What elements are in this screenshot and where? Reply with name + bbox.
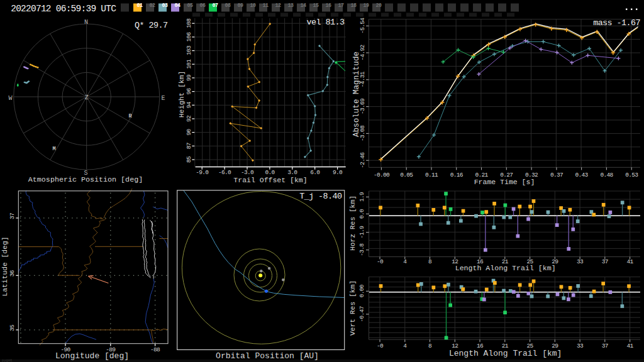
svg-text:N: N — [84, 19, 88, 26]
svg-text:0.11: 0.11 — [425, 172, 438, 178]
svg-text:85: 85 — [186, 156, 192, 163]
svg-text:9.0: 9.0 — [333, 169, 343, 176]
svg-text:04: 04 — [174, 3, 180, 9]
svg-text:0.00: 0.00 — [358, 284, 365, 297]
svg-text:37: 37 — [602, 258, 608, 265]
svg-text:pygmt: pygmt — [2, 358, 13, 362]
svg-text:19: 19 — [363, 3, 369, 9]
svg-text:Q* 29.7: Q* 29.7 — [135, 21, 167, 30]
svg-text:-3.8: -3.8 — [358, 243, 365, 256]
svg-text:0.05: 0.05 — [400, 172, 413, 178]
svg-text:35: 35 — [9, 324, 16, 331]
svg-text:103: 103 — [186, 45, 192, 55]
svg-text:-1.9: -1.9 — [358, 226, 365, 239]
svg-text:33: 33 — [577, 258, 584, 265]
svg-text:Atmospheric Position [deg]: Atmospheric Position [deg] — [28, 175, 143, 184]
svg-text:18: 18 — [350, 3, 357, 9]
svg-text:08: 08 — [225, 3, 231, 9]
svg-text:Orbital Position [AU]: Orbital Position [AU] — [216, 351, 319, 361]
svg-text:41: 41 — [627, 258, 634, 265]
svg-text:0.53: 0.53 — [625, 172, 638, 178]
svg-text:94: 94 — [186, 101, 192, 108]
svg-text:02: 02 — [149, 3, 155, 9]
svg-text:03: 03 — [162, 3, 168, 9]
svg-text:6.0: 6.0 — [310, 169, 320, 176]
svg-text:01: 01 — [136, 3, 143, 9]
svg-text:92: 92 — [186, 115, 192, 122]
svg-text:1.9: 1.9 — [358, 192, 365, 202]
svg-text:E: E — [161, 95, 165, 102]
svg-text:0.0: 0.0 — [358, 209, 365, 219]
svg-text:Frame Time [s]: Frame Time [s] — [474, 178, 535, 186]
svg-text:-0: -0 — [377, 258, 384, 265]
svg-text:21: 21 — [502, 343, 509, 349]
svg-text:Length Along Trail [km]: Length Along Trail [km] — [449, 349, 562, 358]
svg-text:07: 07 — [212, 3, 218, 9]
svg-text:99: 99 — [186, 74, 192, 81]
svg-text:12: 12 — [452, 343, 458, 349]
svg-text:101: 101 — [186, 59, 192, 69]
svg-text:-0: -0 — [377, 343, 384, 349]
svg-text:T_j -8.40: T_j -8.40 — [299, 192, 342, 201]
svg-text:14: 14 — [300, 3, 306, 9]
svg-text:0.37: 0.37 — [550, 172, 563, 178]
svg-text:11: 11 — [262, 3, 269, 9]
svg-text:Vert Res [km]: Vert Res [km] — [349, 280, 357, 336]
svg-text:16: 16 — [325, 3, 331, 9]
svg-text:25: 25 — [527, 343, 534, 349]
svg-text:Horz Res [km]: Horz Res [km] — [349, 195, 357, 251]
svg-text:Z: Z — [85, 94, 89, 101]
svg-text:05: 05 — [187, 3, 193, 9]
svg-text:108: 108 — [186, 18, 192, 28]
svg-text:-6.0: -6.0 — [218, 169, 231, 176]
svg-text:Height [km]: Height [km] — [178, 71, 186, 118]
svg-text:mass -1.67: mass -1.67 — [593, 18, 640, 28]
svg-text:Trail Offset [km]: Trail Offset [km] — [233, 176, 307, 184]
svg-text:12: 12 — [275, 3, 281, 9]
svg-text:106: 106 — [186, 31, 192, 41]
svg-text:20: 20 — [375, 3, 382, 9]
svg-text:-5.54: -5.54 — [359, 18, 366, 34]
svg-text:16: 16 — [477, 343, 484, 349]
svg-text:0.48: 0.48 — [600, 172, 613, 178]
svg-text:Length Along Trail [km]: Length Along Trail [km] — [455, 264, 556, 272]
svg-text:vel 81.3: vel 81.3 — [307, 18, 345, 27]
svg-text:36: 36 — [9, 270, 16, 277]
svg-text:0.16: 0.16 — [450, 172, 464, 178]
svg-text:-0.47: -0.47 — [358, 306, 365, 322]
svg-text:09: 09 — [237, 3, 243, 9]
svg-text:-0.00: -0.00 — [374, 172, 390, 178]
svg-text:37: 37 — [602, 343, 608, 349]
svg-text:Absolute Magnitude: Absolute Magnitude — [352, 52, 361, 137]
svg-text:87: 87 — [186, 143, 192, 149]
svg-text:17: 17 — [338, 3, 344, 9]
svg-text:33: 33 — [577, 343, 584, 349]
svg-text:15: 15 — [313, 3, 319, 9]
svg-text:96: 96 — [186, 88, 192, 95]
svg-text:-9.0: -9.0 — [196, 169, 209, 176]
svg-text:37: 37 — [9, 213, 16, 219]
svg-text:-2.46: -2.46 — [359, 152, 366, 168]
svg-text:0.43: 0.43 — [575, 172, 589, 178]
svg-text:-3.0: -3.0 — [241, 169, 254, 176]
svg-text:13: 13 — [287, 3, 294, 9]
svg-text:41: 41 — [627, 343, 634, 349]
svg-text:M: M — [52, 146, 55, 152]
svg-text:90: 90 — [186, 129, 192, 136]
svg-text:3.0: 3.0 — [287, 169, 297, 176]
svg-text:Latitude [deg]: Latitude [deg] — [1, 237, 9, 297]
svg-text:-88: -88 — [150, 346, 160, 353]
svg-text:Longitude [deg]: Longitude [deg] — [55, 351, 129, 361]
svg-text:29: 29 — [552, 343, 558, 349]
svg-text:06: 06 — [199, 3, 206, 9]
svg-text:R: R — [128, 113, 132, 119]
svg-text:W: W — [8, 95, 12, 102]
svg-text:10: 10 — [250, 3, 256, 9]
svg-text:0.0: 0.0 — [265, 169, 275, 176]
svg-text:20220712 06:59:39 UTC: 20220712 06:59:39 UTC — [11, 4, 116, 14]
